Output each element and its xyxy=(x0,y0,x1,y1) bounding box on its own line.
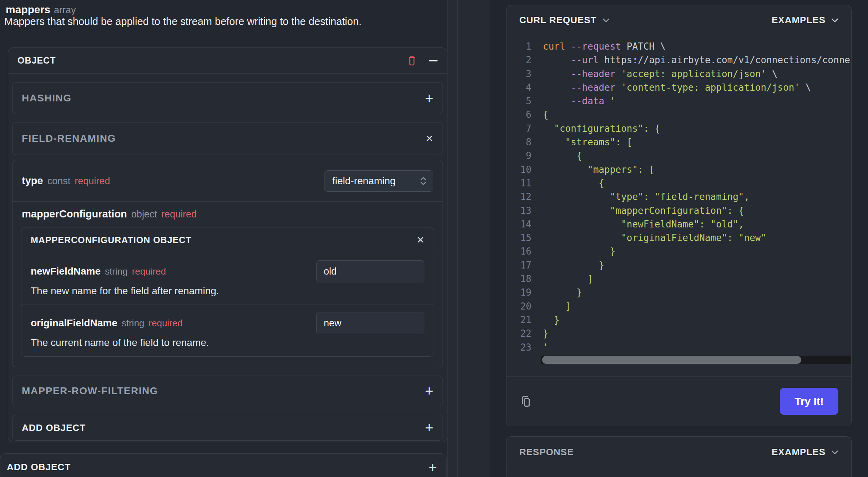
pane-gutter xyxy=(458,0,490,477)
original-field-name-required-badge: required xyxy=(148,318,182,329)
trash-icon xyxy=(407,55,417,66)
mapper-configuration-object-header: MAPPERCONFIGURATION OBJECT ✕ xyxy=(21,227,434,253)
code-line: 15 "originalFieldName": "new" xyxy=(506,231,851,245)
original-field-name-description: The current name of the field to rename. xyxy=(31,337,424,348)
examples-label: EXAMPLES xyxy=(772,15,826,26)
code-line: 18 ] xyxy=(506,272,851,286)
object-card-body: HASHING + FIELD-RENAMING ✕ type const re… xyxy=(8,74,447,442)
code-line: 22} xyxy=(506,327,851,340)
code-text: "originalFieldName": "new" xyxy=(531,231,766,245)
code-line: 5 --data ' xyxy=(506,94,851,108)
code-text: --header 'content-type: application/json… xyxy=(531,81,811,94)
curl-card-footer: Try It! xyxy=(506,376,851,426)
mapper-configuration-kind: object xyxy=(131,209,157,220)
mapper-row-filtering-label: MAPPER-ROW-FILTERING xyxy=(22,385,158,397)
code-line: 11 { xyxy=(506,176,851,190)
plus-icon[interactable]: + xyxy=(425,95,433,102)
response-title: RESPONSE xyxy=(519,447,574,458)
chevron-down-icon xyxy=(602,18,610,22)
new-field-name-label: newFieldName xyxy=(31,266,101,277)
new-field-name-input[interactable] xyxy=(316,260,424,282)
code-text: { xyxy=(531,108,549,121)
mapper-row-filtering-accordion[interactable]: MAPPER-ROW-FILTERING + xyxy=(12,376,443,406)
close-mapper-configuration-button[interactable]: ✕ xyxy=(417,235,424,246)
code-text: --header 'accept: application/json' \ xyxy=(531,67,777,81)
response-card-header: RESPONSE EXAMPLES xyxy=(506,437,851,468)
examples-label: EXAMPLES xyxy=(772,447,826,458)
new-field-name-description: The new name for the field after renamin… xyxy=(31,285,424,297)
hashing-accordion[interactable]: HASHING + xyxy=(12,82,443,114)
code-line: 21 } xyxy=(506,313,851,327)
original-field-name-row: originalFieldName string required The cu… xyxy=(21,305,434,356)
code-line: 2 --url https://api.airbyte.com/v1/conne… xyxy=(506,53,851,67)
code-line: 13 "mapperConfiguration": { xyxy=(506,204,851,217)
try-it-button[interactable]: Try It! xyxy=(780,388,838,415)
select-stepper-icon xyxy=(419,176,427,186)
chevron-down-icon xyxy=(831,18,838,22)
line-number: 7 xyxy=(506,122,531,135)
vertical-scrollbar[interactable] xyxy=(447,0,458,477)
code-text: } xyxy=(531,286,582,299)
code-text: } xyxy=(531,313,560,327)
object-card-header: OBJECT xyxy=(8,48,447,74)
schema-form-pane: mappersarray Mappers that should be appl… xyxy=(0,0,447,477)
curl-code-block[interactable]: 1curl --request PATCH \2 --url https://a… xyxy=(506,35,851,354)
line-number: 14 xyxy=(506,217,531,231)
hashing-label: HASHING xyxy=(22,92,72,104)
mapper-configuration-name: mapperConfiguration xyxy=(22,208,127,220)
examples-dropdown[interactable]: EXAMPLES xyxy=(772,15,838,26)
response-examples-dropdown[interactable]: EXAMPLES xyxy=(772,447,838,458)
code-line: 6{ xyxy=(506,108,851,121)
add-object-label: ADD OBJECT xyxy=(7,462,71,473)
code-text: "type": "field-renaming", xyxy=(531,190,750,204)
code-line: 19 } xyxy=(506,286,851,299)
language-dropdown[interactable]: CURL REQUEST xyxy=(519,15,610,26)
plus-icon: + xyxy=(429,464,437,471)
line-number: 11 xyxy=(506,176,531,190)
line-number: 19 xyxy=(506,286,531,299)
api-docs-screen: mappersarray Mappers that should be appl… xyxy=(0,0,868,477)
new-field-name-required-badge: required xyxy=(132,266,166,277)
line-number: 6 xyxy=(506,108,531,121)
object-card: OBJECT HASHING xyxy=(8,47,447,442)
line-number: 5 xyxy=(506,94,531,108)
copy-code-button[interactable] xyxy=(519,394,532,409)
line-number: 13 xyxy=(506,204,531,217)
horizontal-scrollbar-thumb[interactable] xyxy=(542,356,801,364)
code-line: 14 "newFieldName": "old", xyxy=(506,217,851,231)
code-text: { xyxy=(531,149,582,162)
code-line: 20 ] xyxy=(506,300,851,313)
collapse-object-button[interactable] xyxy=(429,60,438,61)
code-line: 17 } xyxy=(506,258,851,272)
code-line: 23' xyxy=(506,341,851,354)
line-number: 18 xyxy=(506,272,531,286)
type-select[interactable]: field-renaming xyxy=(324,170,433,192)
mapper-configuration-row: mapperConfiguration object required xyxy=(12,202,443,227)
add-object-button-outer[interactable]: ADD OBJECT + xyxy=(0,453,446,477)
field-renaming-accordion[interactable]: FIELD-RENAMING ✕ xyxy=(12,122,443,155)
delete-object-button[interactable] xyxy=(407,55,417,66)
original-field-name-input[interactable] xyxy=(316,312,424,334)
add-object-button-inner[interactable]: ADD OBJECT + xyxy=(12,415,443,441)
code-line: 16 } xyxy=(506,245,851,258)
code-text: curl --request PATCH \ xyxy=(531,40,666,53)
line-number: 15 xyxy=(506,231,531,245)
line-number: 8 xyxy=(506,135,531,149)
property-name: mappers xyxy=(6,4,50,15)
mapper-configuration-object-title: MAPPERCONFIGURATION OBJECT xyxy=(31,235,192,245)
original-field-name-kind: string xyxy=(122,318,145,329)
horizontal-scrollbar-track[interactable] xyxy=(541,356,851,364)
line-number: 3 xyxy=(506,67,531,81)
code-text: "mapperConfiguration": { xyxy=(531,204,744,217)
code-line: 10 "mappers": [ xyxy=(506,163,851,176)
line-number: 17 xyxy=(506,258,531,272)
line-number: 21 xyxy=(506,313,531,327)
property-title: mappersarray xyxy=(6,4,76,16)
close-icon[interactable]: ✕ xyxy=(425,133,433,144)
line-number: 16 xyxy=(506,245,531,258)
mapper-configuration-required-badge: required xyxy=(161,209,197,220)
plus-icon[interactable]: + xyxy=(425,387,433,395)
plus-icon: + xyxy=(425,424,433,431)
curl-request-card: CURL REQUEST EXAMPLES 1curl --request PA… xyxy=(506,5,852,426)
code-line: 12 "type": "field-renaming", xyxy=(506,190,851,204)
